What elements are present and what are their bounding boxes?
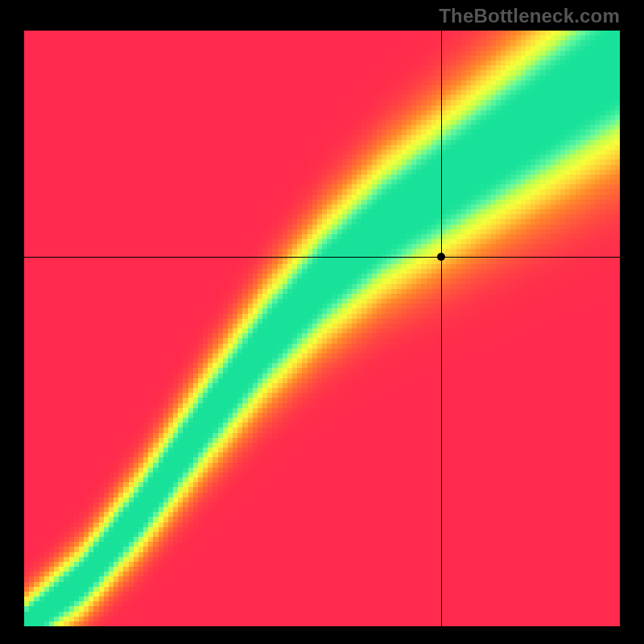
watermark-text: TheBottleneck.com xyxy=(439,5,620,27)
heatmap-plot xyxy=(24,31,620,626)
chart-frame: TheBottleneck.com xyxy=(0,0,644,644)
heatmap-canvas xyxy=(24,31,620,626)
